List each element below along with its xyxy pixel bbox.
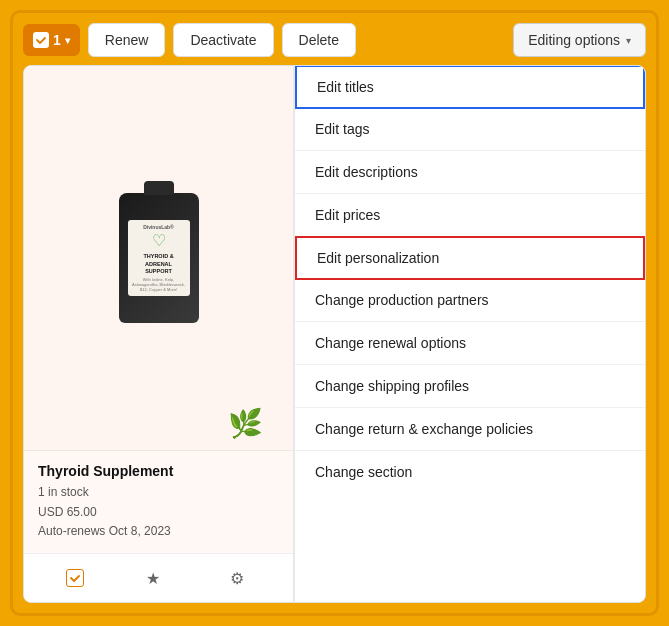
product-renewal: Auto-renews Oct 8, 2023 xyxy=(38,522,279,541)
gummy-icon: 🌿 xyxy=(228,407,263,440)
dropdown-arrow-icon: ▾ xyxy=(65,35,70,46)
product-name: Thyroid Supplement xyxy=(38,463,279,479)
dropdown-item-edit-prices[interactable]: Edit prices xyxy=(295,194,645,237)
select-count-button[interactable]: 1 ▾ xyxy=(23,24,80,56)
dropdown-item-edit-descriptions[interactable]: Edit descriptions xyxy=(295,151,645,194)
main-content: DivinusLab® ♡ THYROID & ADRENAL SUPPORT … xyxy=(23,65,646,603)
gear-icon: ⚙ xyxy=(230,569,244,588)
product-image-area: DivinusLab® ♡ THYROID & ADRENAL SUPPORT … xyxy=(24,66,293,450)
renew-button[interactable]: Renew xyxy=(88,23,166,57)
toolbar: 1 ▾ Renew Deactivate Delete Editing opti… xyxy=(23,23,646,57)
dropdown-item-change-shipping-profiles[interactable]: Change shipping profiles xyxy=(295,365,645,408)
delete-button[interactable]: Delete xyxy=(282,23,356,57)
product-info: Thyroid Supplement 1 in stock USD 65.00 … xyxy=(24,450,293,553)
product-bottle: DivinusLab® ♡ THYROID & ADRENAL SUPPORT … xyxy=(119,193,199,323)
product-check-svg xyxy=(69,572,81,584)
dropdown-item-edit-tags[interactable]: Edit tags xyxy=(295,108,645,151)
bottle-label: DivinusLab® ♡ THYROID & ADRENAL SUPPORT … xyxy=(128,220,190,296)
editing-options-chevron-icon: ▾ xyxy=(626,35,631,46)
product-footer: ★ ⚙ xyxy=(24,553,293,602)
app-container: 1 ▾ Renew Deactivate Delete Editing opti… xyxy=(10,10,659,616)
editing-options-label: Editing options xyxy=(528,32,620,48)
selected-count: 1 xyxy=(53,32,61,48)
dropdown-item-edit-personalization[interactable]: Edit personalization xyxy=(295,236,645,280)
dropdown-item-edit-titles[interactable]: Edit titles xyxy=(295,65,645,109)
product-price: USD 65.00 xyxy=(38,503,279,522)
dropdown-item-change-production-partners[interactable]: Change production partners xyxy=(295,279,645,322)
check-svg xyxy=(35,34,47,46)
dropdown-item-change-return-exchange[interactable]: Change return & exchange policies xyxy=(295,408,645,451)
deactivate-button[interactable]: Deactivate xyxy=(173,23,273,57)
product-checkbox[interactable] xyxy=(66,569,84,587)
product-card: DivinusLab® ♡ THYROID & ADRENAL SUPPORT … xyxy=(24,66,294,602)
star-icon: ★ xyxy=(146,569,160,588)
dropdown-menu: Edit titles Edit tags Edit descriptions … xyxy=(294,66,645,602)
bottle-details: With Iodine, Kelp, Ashwagandha, Bladderw… xyxy=(132,277,186,293)
checkbox-icon xyxy=(33,32,49,48)
product-meta: 1 in stock USD 65.00 Auto-renews Oct 8, … xyxy=(38,483,279,541)
editing-options-button[interactable]: Editing options ▾ xyxy=(513,23,646,57)
bottle-heart-icon: ♡ xyxy=(132,231,186,252)
product-stock: 1 in stock xyxy=(38,483,279,502)
favorite-button[interactable]: ★ xyxy=(139,564,167,592)
settings-button[interactable]: ⚙ xyxy=(223,564,251,592)
bottle-product-name: THYROID & ADRENAL SUPPORT xyxy=(132,253,186,274)
bottle-container: DivinusLab® ♡ THYROID & ADRENAL SUPPORT … xyxy=(119,193,199,323)
dropdown-item-change-section[interactable]: Change section xyxy=(295,451,645,493)
dropdown-item-change-renewal-options[interactable]: Change renewal options xyxy=(295,322,645,365)
